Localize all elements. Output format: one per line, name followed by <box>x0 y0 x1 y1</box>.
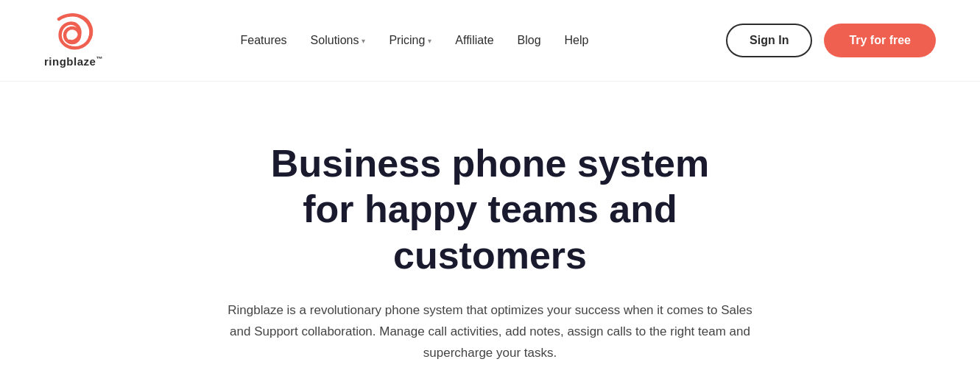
sign-in-button[interactable]: Sign In <box>726 24 812 57</box>
nav-link-pricing[interactable]: Pricing ▾ <box>389 34 431 47</box>
nav-links: Features Solutions ▾ Pricing ▾ Affiliate… <box>240 34 588 47</box>
hero-title: Business phone system for happy teams an… <box>233 141 748 278</box>
nav-link-solutions[interactable]: Solutions ▾ <box>311 34 366 47</box>
nav-item-features[interactable]: Features <box>240 34 286 47</box>
nav-item-blog[interactable]: Blog <box>518 34 541 47</box>
nav-link-affiliate[interactable]: Affiliate <box>455 34 493 47</box>
nav-item-affiliate[interactable]: Affiliate <box>455 34 493 47</box>
nav-link-help[interactable]: Help <box>565 34 589 47</box>
nav-item-pricing[interactable]: Pricing ▾ <box>389 34 431 47</box>
nav-link-features[interactable]: Features <box>240 34 286 47</box>
nav-item-help[interactable]: Help <box>565 34 589 47</box>
navbar: ringblaze™ Features Solutions ▾ Pricing … <box>0 0 980 82</box>
hero-subtitle: Ringblaze is a revolutionary phone syste… <box>225 300 755 364</box>
nav-item-solutions[interactable]: Solutions ▾ <box>311 34 366 47</box>
pricing-chevron-icon: ▾ <box>428 37 431 45</box>
hero-section: Business phone system for happy teams an… <box>0 82 980 373</box>
logo[interactable]: ringblaze™ <box>44 13 103 68</box>
nav-actions: Sign In Try for free <box>726 24 936 57</box>
brand-name: ringblaze™ <box>44 55 103 68</box>
try-free-button-nav[interactable]: Try for free <box>824 24 936 57</box>
solutions-chevron-icon: ▾ <box>362 37 365 45</box>
nav-link-blog[interactable]: Blog <box>518 34 541 47</box>
logo-icon <box>52 13 96 54</box>
